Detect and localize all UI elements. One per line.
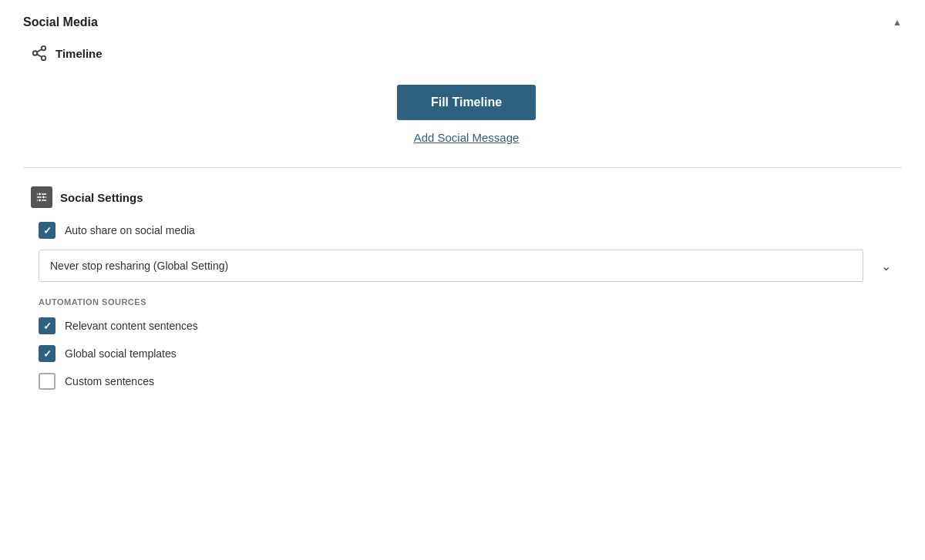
custom-sentences-checkbox[interactable]: ✓ xyxy=(39,373,56,390)
social-media-header: Social Media ▲ xyxy=(23,15,902,29)
auto-share-row: ✓ Auto share on social media xyxy=(39,222,902,239)
page-container: Social Media ▲ Timeline Fill Timeline Ad… xyxy=(0,0,925,560)
fill-timeline-button[interactable]: Fill Timeline xyxy=(397,85,536,120)
relevant-content-check-icon: ✓ xyxy=(43,321,52,331)
add-social-message-link[interactable]: Add Social Message xyxy=(414,131,520,144)
settings-sliders-icon xyxy=(31,186,52,208)
global-templates-label: Global social templates xyxy=(65,347,177,360)
social-settings-title: Social Settings xyxy=(60,191,143,204)
auto-share-label: Auto share on social media xyxy=(65,224,195,236)
global-templates-checkbox[interactable]: ✓ xyxy=(39,345,56,362)
timeline-buttons: Fill Timeline Add Social Message xyxy=(31,85,902,144)
auto-share-check-icon: ✓ xyxy=(43,226,52,236)
timeline-label: Timeline xyxy=(56,47,103,60)
resharing-select[interactable]: Never stop resharing (Global Setting) St… xyxy=(39,250,863,282)
automation-sources-label: AUTOMATION SOURCES xyxy=(39,297,902,307)
timeline-section: Timeline Fill Timeline Add Social Messag… xyxy=(31,45,902,144)
relevant-content-row: ✓ Relevant content sentences xyxy=(39,317,902,334)
auto-share-checkbox[interactable]: ✓ xyxy=(39,222,56,239)
relevant-content-checkbox[interactable]: ✓ xyxy=(39,317,56,334)
global-templates-row: ✓ Global social templates xyxy=(39,345,902,362)
relevant-content-label: Relevant content sentences xyxy=(65,320,198,332)
custom-sentences-row: ✓ Custom sentences xyxy=(39,373,902,390)
svg-point-10 xyxy=(39,199,42,202)
share-icon xyxy=(31,45,48,62)
global-templates-check-icon: ✓ xyxy=(43,349,52,359)
svg-point-9 xyxy=(42,196,45,199)
svg-line-4 xyxy=(37,49,42,52)
svg-point-8 xyxy=(39,193,42,196)
collapse-icon[interactable]: ▲ xyxy=(893,17,902,28)
svg-line-3 xyxy=(37,54,42,57)
section-divider xyxy=(23,167,902,168)
resharing-select-wrapper: Never stop resharing (Global Setting) St… xyxy=(39,250,902,282)
timeline-header: Timeline xyxy=(31,45,902,62)
custom-sentences-label: Custom sentences xyxy=(65,375,154,387)
social-media-title: Social Media xyxy=(23,15,98,29)
social-settings-section: Social Settings ✓ Auto share on social m… xyxy=(31,186,902,390)
resharing-chevron-icon: ⌄ xyxy=(881,259,891,273)
settings-header: Social Settings xyxy=(31,186,902,208)
